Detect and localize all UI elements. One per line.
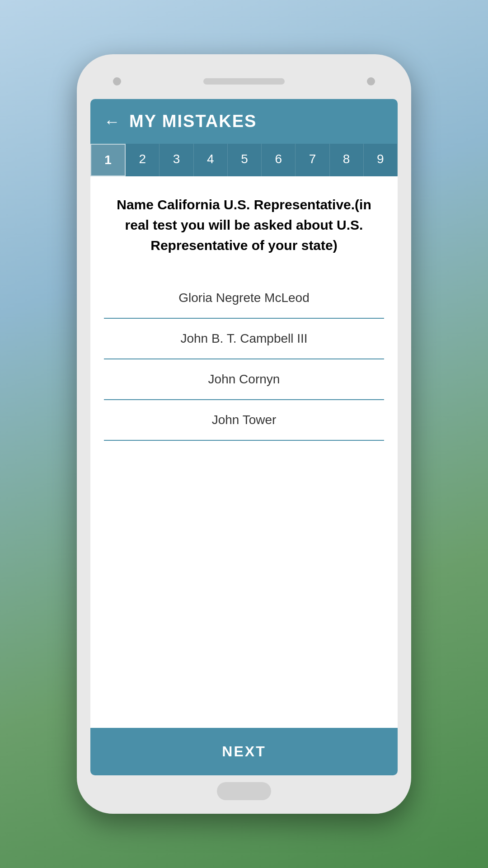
back-button[interactable]: ← xyxy=(104,113,120,130)
page-title: MY MISTAKES xyxy=(129,112,257,131)
page-8[interactable]: 8 xyxy=(330,144,364,176)
answer-3[interactable]: John Cornyn xyxy=(104,359,384,400)
phone-speaker xyxy=(203,78,285,85)
phone-bottom xyxy=(86,782,402,800)
next-button[interactable]: NEXT xyxy=(90,728,398,775)
page-5[interactable]: 5 xyxy=(228,144,262,176)
answer-4[interactable]: John Tower xyxy=(104,400,384,441)
phone-frame: ← MY MISTAKES 1 2 3 4 5 6 7 8 9 Name Cal… xyxy=(77,54,411,814)
page-6[interactable]: 6 xyxy=(262,144,296,176)
phone-top-bar xyxy=(86,68,402,94)
camera-right-icon xyxy=(367,77,375,85)
page-1[interactable]: 1 xyxy=(90,144,126,176)
page-3[interactable]: 3 xyxy=(160,144,193,176)
answers-list: Gloria Negrete McLeod John B. T. Campbel… xyxy=(104,278,384,441)
page-2[interactable]: 2 xyxy=(126,144,160,176)
app-header: ← MY MISTAKES xyxy=(90,99,398,144)
question-text: Name California U.S. Representative.(in … xyxy=(104,194,384,255)
pagination-bar: 1 2 3 4 5 6 7 8 9 xyxy=(90,144,398,176)
content-area: Name California U.S. Representative.(in … xyxy=(90,176,398,728)
page-4[interactable]: 4 xyxy=(194,144,228,176)
camera-left-icon xyxy=(113,77,121,85)
answer-1[interactable]: Gloria Negrete McLeod xyxy=(104,278,384,319)
app-container: ← MY MISTAKES 1 2 3 4 5 6 7 8 9 Name Cal… xyxy=(90,99,398,775)
page-9[interactable]: 9 xyxy=(364,144,398,176)
answer-2[interactable]: John B. T. Campbell III xyxy=(104,319,384,359)
home-button[interactable] xyxy=(217,782,271,800)
page-7[interactable]: 7 xyxy=(296,144,329,176)
